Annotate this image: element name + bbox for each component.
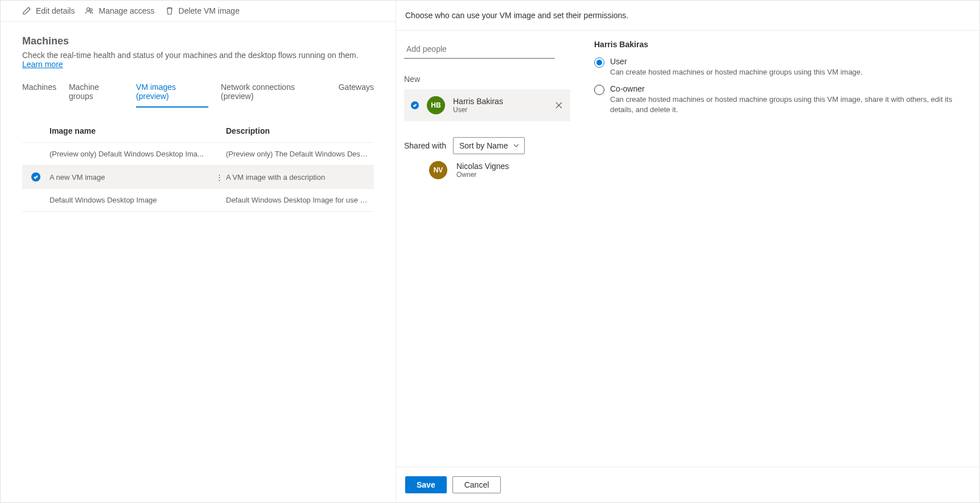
manage-access-button[interactable]: Manage access	[85, 6, 154, 15]
manage-access-label: Manage access	[98, 6, 154, 15]
image-desc-cell: (Preview only) The Default Windows Deskt…	[226, 150, 374, 158]
image-desc-cell: A VM image with a description	[226, 173, 374, 182]
tab-gateways[interactable]: Gateways	[339, 79, 374, 108]
image-name-cell: Default Windows Desktop Image	[50, 196, 226, 204]
people-icon	[85, 6, 94, 15]
share-column: New HB Harris Bakiras User Shared with S…	[396, 31, 578, 467]
check-icon[interactable]	[31, 172, 40, 182]
page-title: Machines	[22, 35, 374, 47]
toolbar: Edit details Manage access Delete VM ima…	[1, 1, 396, 22]
delete-vm-button[interactable]: Delete VM image	[165, 6, 240, 15]
panel-header: Choose who can use your VM image and set…	[396, 1, 979, 31]
shared-with-label: Shared with	[404, 141, 446, 150]
table-header: Image name Description	[22, 119, 374, 143]
add-people-input[interactable]	[404, 40, 555, 59]
svg-point-1	[90, 9, 92, 11]
table-row[interactable]: Default Windows Desktop Image Default Wi…	[22, 189, 374, 212]
row-more-button[interactable]: ⋮	[216, 173, 227, 182]
radio-description: Can create hosted machines or hosted mac…	[610, 94, 963, 115]
person-name: Harris Bakiras	[453, 97, 563, 106]
permission-radio-group: User Can create hosted machines or hoste…	[594, 57, 963, 116]
permission-option-user[interactable]: User Can create hosted machines or hoste…	[594, 57, 963, 77]
vm-images-table: Image name Description (Preview only) De…	[22, 119, 374, 212]
new-label: New	[404, 75, 570, 84]
delete-icon	[165, 6, 174, 15]
radio-button[interactable]	[594, 57, 604, 68]
edit-details-button[interactable]: Edit details	[22, 6, 75, 15]
panel-footer: Save Cancel	[396, 467, 979, 502]
page-subtitle: Check the real-time health and status of…	[22, 51, 374, 69]
table-row[interactable]: (Preview only) Default Windows Desktop I…	[22, 143, 374, 166]
col-image-name[interactable]: Image name	[50, 126, 226, 135]
permissions-column: Harris Bakiras User Can create hosted ma…	[578, 31, 979, 467]
permission-option-coowner[interactable]: Co-owner Can create hosted machines or h…	[594, 84, 963, 115]
radio-label: User	[610, 57, 863, 66]
sort-select[interactable]: Sort by Name	[453, 137, 525, 154]
image-name-cell: (Preview only) Default Windows Desktop I…	[50, 150, 226, 158]
edit-icon	[22, 6, 31, 15]
chevron-down-icon	[513, 142, 520, 149]
delete-vm-label: Delete VM image	[179, 6, 240, 15]
avatar: HB	[427, 96, 445, 114]
table-row[interactable]: A new VM image ⋮ A VM image with a descr…	[22, 166, 374, 189]
avatar: NV	[429, 161, 447, 179]
tab-network-connections[interactable]: Network connections (preview)	[221, 79, 326, 108]
tab-machines[interactable]: Machines	[22, 79, 56, 108]
learn-more-link[interactable]: Learn more	[22, 60, 63, 69]
tab-machine-groups[interactable]: Machine groups	[69, 79, 123, 108]
svg-point-0	[87, 8, 90, 11]
tabs: Machines Machine groups VM images (previ…	[22, 79, 374, 108]
person-name: Nicolas Vignes	[456, 162, 570, 171]
permissions-title: Harris Bakiras	[594, 40, 963, 49]
cancel-button[interactable]: Cancel	[452, 476, 501, 493]
check-icon	[411, 101, 419, 109]
machines-panel: Edit details Manage access Delete VM ima…	[0, 0, 396, 503]
radio-label: Co-owner	[610, 84, 963, 93]
col-description[interactable]: Description	[226, 126, 374, 135]
new-person-card[interactable]: HB Harris Bakiras User	[404, 89, 570, 121]
person-role: User	[453, 106, 563, 114]
person-role: Owner	[456, 171, 570, 179]
image-desc-cell: Default Windows Desktop Image for use in…	[226, 196, 374, 204]
share-panel: Choose who can use your VM image and set…	[396, 0, 980, 503]
image-name-cell: A new VM image	[50, 173, 226, 182]
radio-button[interactable]	[594, 85, 604, 95]
owner-row[interactable]: NV Nicolas Vignes Owner	[404, 154, 570, 186]
save-button[interactable]: Save	[405, 476, 447, 493]
edit-details-label: Edit details	[36, 6, 75, 15]
radio-description: Can create hosted machines or hosted mac…	[610, 67, 863, 77]
remove-person-button[interactable]	[554, 101, 563, 110]
tab-vm-images[interactable]: VM images (preview)	[136, 79, 208, 108]
